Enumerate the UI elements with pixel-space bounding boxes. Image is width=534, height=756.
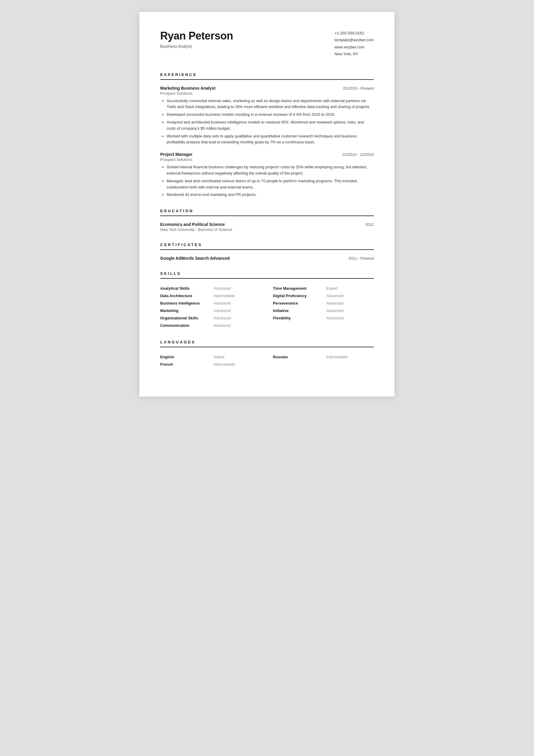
skill-level-10: Advanced <box>214 323 231 328</box>
skill-name-0: Analytical Skills <box>160 286 214 291</box>
lang-name-2: Russian <box>273 355 326 359</box>
applicant-name: Ryan Peterson <box>160 30 335 42</box>
job-dates-1: 01/2013 - 12/2015 <box>343 152 374 157</box>
lang-level-1: Intermediate <box>214 362 235 366</box>
certificates-section-title: CERTIFICATES <box>160 242 374 247</box>
skill-row-5: Perseverance Advanced <box>273 300 374 307</box>
skills-right-col: Time Management Expert Digital Proficien… <box>273 284 374 329</box>
skill-row-2: Data Architecture Intermediate <box>160 292 261 300</box>
job-bullets-1: Solved internal financial business chall… <box>160 164 374 198</box>
skill-row-9: Flexibility Advanced <box>273 314 374 322</box>
skill-row-0: Analytical Skills Advanced <box>160 284 261 292</box>
edu-school-0: New York University - Bachelor of Scienc… <box>160 228 232 232</box>
skill-level-5: Advanced <box>326 301 343 306</box>
skill-name-9: Flexibility <box>273 316 326 320</box>
skill-level-6: Advanced <box>214 309 231 313</box>
lang-name-0: English <box>160 355 214 359</box>
experience-item-0: Marketing Business Analyst 01/2015 - Pre… <box>160 86 374 146</box>
bullet-0-1: Developed successful business models res… <box>167 112 374 118</box>
lang-level-2: Intermediate <box>326 355 348 359</box>
education-section-title: EDUCATION <box>160 209 374 213</box>
skill-name-5: Perseverance <box>273 301 326 306</box>
header-contact: +1-202-555-0161 template@wozber.com www.… <box>335 30 374 58</box>
skills-left-col: Analytical Skills Advanced Data Architec… <box>160 284 261 329</box>
education-divider <box>160 215 374 216</box>
skill-name-4: Business Intelligence <box>160 301 214 306</box>
skill-level-9: Advanced <box>326 316 343 320</box>
experience-section: EXPERIENCE Marketing Business Analyst 01… <box>160 72 374 198</box>
lang-row-2: Russian Intermediate <box>273 353 374 361</box>
skill-row-7: Initiative Advanced <box>273 307 374 314</box>
lang-level-0: Native <box>214 355 225 359</box>
cert-item-0: Google AdWords Search Advanced 2011 - Pr… <box>160 256 374 260</box>
company-0: Prospect Solutions <box>160 91 374 95</box>
edu-year-0: 2012 <box>365 222 374 227</box>
skill-name-7: Initiative <box>273 309 326 313</box>
skill-name-3: Digital Proficiency <box>273 294 326 298</box>
skill-name-1: Time Management <box>273 286 326 291</box>
bullet-0-0: Successfully connected internal sales, m… <box>167 98 374 110</box>
applicant-title: Business Analyst <box>160 44 335 49</box>
skill-row-10: Communication Advanced <box>160 322 261 329</box>
cert-dates-0: 2011 - Present <box>348 256 374 260</box>
skill-level-1: Expert <box>326 286 338 291</box>
skills-grid: Analytical Skills Advanced Data Architec… <box>160 284 374 329</box>
header: Ryan Peterson Business Analyst +1-202-55… <box>160 30 374 58</box>
skills-divider <box>160 278 374 279</box>
languages-right-col: Russian Intermediate <box>273 353 374 368</box>
skill-level-4: Advanced <box>214 301 231 306</box>
skill-level-7: Advanced <box>326 309 343 313</box>
job-bullets-0: Successfully connected internal sales, m… <box>160 98 374 146</box>
header-left: Ryan Peterson Business Analyst <box>160 30 335 49</box>
skill-row-1: Time Management Expert <box>273 284 374 292</box>
edu-left-0: Economics and Political Science New York… <box>160 222 232 232</box>
resume-page: Ryan Peterson Business Analyst +1-202-55… <box>140 12 394 396</box>
skills-section: SKILLS Analytical Skills Advanced Data A… <box>160 271 374 329</box>
skills-section-title: SKILLS <box>160 271 374 276</box>
skill-name-8: Organizational Skills <box>160 316 214 320</box>
bullet-1-1: Managed, lead and coordinated various te… <box>167 178 374 191</box>
experience-section-title: EXPERIENCE <box>160 72 374 77</box>
lang-row-0: English Native <box>160 353 261 361</box>
education-item-0: Economics and Political Science New York… <box>160 222 374 232</box>
languages-left-col: English Native French Intermediate <box>160 353 261 368</box>
languages-section: LANGUAGES English Native French Intermed… <box>160 340 374 368</box>
edu-degree-0: Economics and Political Science <box>160 222 232 227</box>
bullet-1-2: Monitored 42 end-to-end marketing and PR… <box>167 192 374 198</box>
skill-name-2: Data Architecture <box>160 294 214 298</box>
skill-row-4: Business Intelligence Advanced <box>160 300 261 307</box>
cert-name-0: Google AdWords Search Advanced <box>160 256 230 260</box>
skill-name-10: Communication <box>160 323 214 328</box>
skill-level-8: Advanced <box>214 316 231 320</box>
skill-level-2: Intermediate <box>214 294 235 298</box>
experience-header-0: Marketing Business Analyst 01/2015 - Pre… <box>160 86 374 91</box>
contact-website: www.wozber.com <box>335 44 374 50</box>
bullet-0-2: Analyzed and architected business intell… <box>167 119 374 132</box>
experience-divider <box>160 79 374 80</box>
skill-level-0: Advanced <box>214 286 231 291</box>
job-dates-0: 01/2015 - Present <box>343 86 374 91</box>
skill-level-3: Advanced <box>326 294 343 298</box>
skill-row-3: Digital Proficiency Advanced <box>273 292 374 300</box>
experience-header-1: Project Manager 01/2013 - 12/2015 <box>160 152 374 157</box>
skill-row-8: Organizational Skills Advanced <box>160 314 261 322</box>
languages-divider <box>160 347 374 347</box>
bullet-0-3: Worked with multiple data sets to apply … <box>167 133 374 146</box>
skill-name-6: Marketing <box>160 309 214 313</box>
contact-location: New York, NY <box>335 50 374 57</box>
skill-row-6: Marketing Advanced <box>160 307 261 314</box>
lang-row-1: French Intermediate <box>160 361 261 368</box>
certificates-section: CERTIFICATES Google AdWords Search Advan… <box>160 242 374 260</box>
certificates-divider <box>160 249 374 250</box>
education-section: EDUCATION Economics and Political Scienc… <box>160 209 374 232</box>
languages-section-title: LANGUAGES <box>160 340 374 344</box>
bullet-1-0: Solved internal financial business chall… <box>167 164 374 176</box>
contact-phone: +1-202-555-0161 <box>335 30 374 37</box>
company-1: Prospect Solutions <box>160 157 374 162</box>
lang-name-1: French <box>160 362 214 366</box>
job-title-0: Marketing Business Analyst <box>160 86 216 91</box>
contact-email: template@wozber.com <box>335 37 374 43</box>
job-title-1: Project Manager <box>160 152 192 157</box>
experience-item-1: Project Manager 01/2013 - 12/2015 Prospe… <box>160 152 374 198</box>
languages-grid: English Native French Intermediate Russi… <box>160 353 374 368</box>
